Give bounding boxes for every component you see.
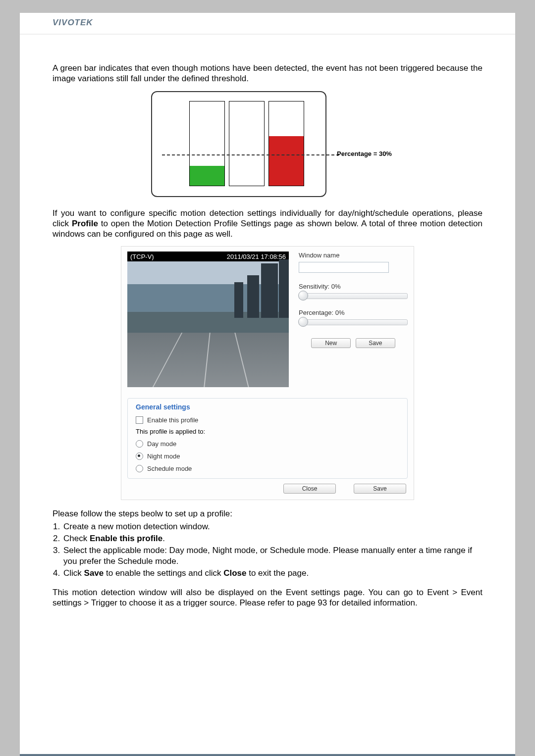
step-4c: to enable the settings and click	[104, 568, 223, 578]
page-footer: 106 - User's Manual	[20, 754, 515, 756]
close-button[interactable]: Close	[283, 484, 336, 494]
percentage-label: Percentage: 0%	[299, 309, 408, 316]
paragraph-profile: If you want to configure specific motion…	[53, 208, 482, 240]
step-2: Check Enable this profile.	[62, 533, 482, 544]
chart-bar-3	[268, 101, 304, 186]
save-button[interactable]: Save	[356, 338, 395, 348]
step-2a: Check	[63, 534, 90, 543]
sensitivity-label: Sensitivity: 0%	[299, 283, 408, 290]
page-sheet: VIVOTEK A green bar indicates that even …	[20, 13, 515, 756]
step-4d: Close	[223, 568, 246, 578]
video-preview-column: (TCP-V) 2011/03/21 17:08:56	[127, 252, 289, 387]
step-3: Select the applicable mode: Day mode, Ni…	[62, 545, 482, 567]
steps-list: Create a new motion detection window. Ch…	[53, 521, 482, 579]
threshold-line	[162, 154, 339, 155]
window-name-input[interactable]	[299, 262, 389, 273]
sensitivity-slider[interactable]	[299, 293, 408, 299]
slider-thumb-icon[interactable]	[298, 291, 308, 301]
step-1: Create a new motion detection window.	[62, 521, 482, 532]
paragraph-profile-bold: Profile	[72, 219, 98, 228]
schedule-mode-label: Schedule mode	[147, 465, 192, 472]
brand-logo: VIVOTEK	[53, 18, 93, 28]
camera-label: (TCP-V)	[130, 253, 154, 260]
settings-column: Window name Sensitivity: 0% Percentage: …	[299, 252, 408, 387]
applied-to-label: This profile is applied to:	[133, 428, 402, 435]
page-header-bar: VIVOTEK	[20, 13, 515, 35]
paragraph-greenbar: A green bar indicates that even though m…	[53, 63, 482, 84]
slider-thumb-icon[interactable]	[298, 317, 308, 327]
threshold-chart: Percentage = 30%	[151, 91, 384, 197]
window-name-label: Window name	[299, 252, 408, 259]
night-mode-radio[interactable]	[136, 453, 143, 460]
step-2b: Enable this profile	[90, 534, 162, 543]
page-content: A green bar indicates that even though m…	[20, 35, 515, 608]
schedule-mode-radio[interactable]	[136, 465, 143, 472]
enable-profile-label: Enable this profile	[147, 416, 198, 424]
day-mode-label: Day mode	[147, 440, 176, 448]
video-preview-image	[127, 261, 289, 387]
enable-profile-checkbox[interactable]	[136, 416, 143, 424]
profile-dialog-figure: (TCP-V) 2011/03/21 17:08:56 Window name …	[121, 246, 414, 500]
chart-bar-2	[229, 101, 265, 186]
step-4: Click Save to enable the settings and cl…	[62, 568, 482, 579]
new-button[interactable]: New	[311, 338, 351, 348]
step-4a: Click	[63, 568, 84, 578]
paragraph-event-settings: This motion detection window will also b…	[53, 587, 482, 608]
threshold-label: Percentage = 30%	[337, 150, 392, 157]
step-4e: to exit the page.	[247, 568, 309, 578]
video-timestamp: 2011/03/21 17:08:56	[227, 253, 286, 260]
step-2c: .	[162, 534, 165, 543]
step-4b: Save	[84, 568, 104, 578]
chart-bar-1	[189, 101, 225, 186]
general-settings-legend: General settings	[133, 403, 193, 411]
day-mode-radio[interactable]	[136, 440, 143, 448]
general-settings-fieldset: General settings Enable this profile Thi…	[127, 398, 408, 479]
percentage-slider[interactable]	[299, 319, 408, 325]
video-titlebar: (TCP-V) 2011/03/21 17:08:56	[127, 252, 289, 261]
steps-intro: Please follow the steps beolw to set up …	[53, 508, 482, 519]
chart-box	[151, 91, 326, 197]
paragraph-profile-c: to open the Motion Detection Profile Set…	[53, 219, 482, 239]
save-profile-button[interactable]: Save	[354, 484, 406, 494]
night-mode-label: Night mode	[147, 453, 180, 460]
